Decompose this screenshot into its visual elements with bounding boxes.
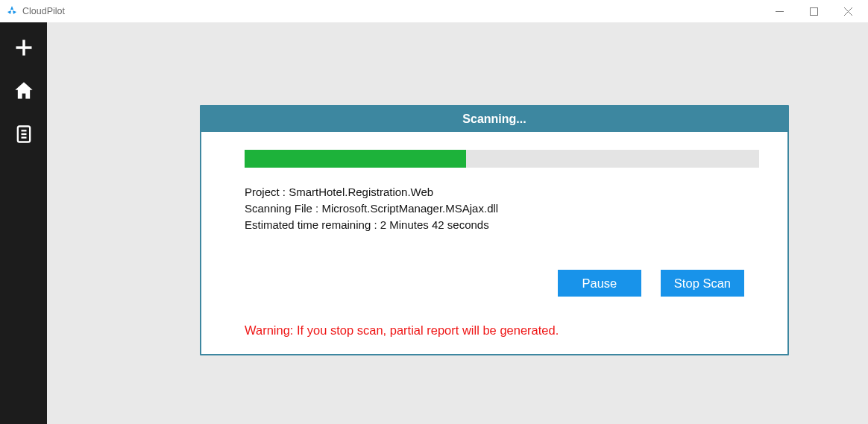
svg-rect-4 xyxy=(810,7,817,15)
minimize-button[interactable] xyxy=(762,0,796,22)
scan-dialog: Scanning... Project : SmartHotel.Registr… xyxy=(200,105,789,355)
dialog-buttons: Pause Stop Scan xyxy=(245,270,744,297)
eta-line: Estimated time remaining : 2 Minutes 42 … xyxy=(245,217,744,233)
workspace: Scanning... Project : SmartHotel.Registr… xyxy=(0,22,868,424)
pause-button[interactable]: Pause xyxy=(558,270,641,297)
svg-marker-0 xyxy=(10,6,13,10)
svg-marker-9 xyxy=(15,82,32,98)
content-area: Scanning... Project : SmartHotel.Registr… xyxy=(47,22,868,424)
window-controls xyxy=(762,0,865,22)
svg-marker-1 xyxy=(7,10,11,14)
warning-text: Warning: If you stop scan, partial repor… xyxy=(245,323,744,338)
stop-scan-button[interactable]: Stop Scan xyxy=(661,270,744,297)
svg-marker-2 xyxy=(13,10,16,14)
file-line: Scanning File : Microsoft.ScriptManager.… xyxy=(245,200,744,217)
maximize-button[interactable] xyxy=(796,0,831,22)
dialog-body: Project : SmartHotel.Registration.Web Sc… xyxy=(201,132,787,354)
home-button[interactable] xyxy=(12,79,36,103)
app-logo-icon xyxy=(6,5,18,17)
sidebar xyxy=(0,22,47,424)
project-line: Project : SmartHotel.Registration.Web xyxy=(245,184,744,200)
app-title: CloudPilot xyxy=(22,6,65,16)
close-button[interactable] xyxy=(831,0,865,22)
report-button[interactable] xyxy=(12,122,36,146)
titlebar: CloudPilot xyxy=(0,0,868,22)
add-button[interactable] xyxy=(12,36,36,60)
progress-bar xyxy=(245,150,759,168)
dialog-title: Scanning... xyxy=(201,107,787,132)
progress-fill xyxy=(245,150,466,168)
